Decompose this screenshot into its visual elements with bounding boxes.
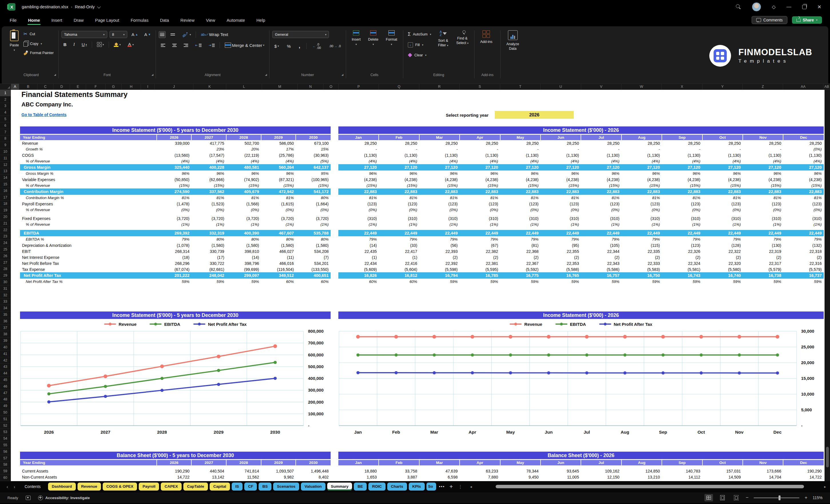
row-label[interactable]: Gross Margin [20,164,157,170]
cell[interactable]: (4%) [379,158,419,164]
column-header-D[interactable]: D [54,84,70,90]
cell[interactable]: 22,883 [459,189,500,195]
row-header-32[interactable]: 32 [0,292,10,298]
row-header-12[interactable]: 12 [0,162,10,168]
cell[interactable]: (123) [500,201,541,207]
column-header-O[interactable]: O [323,84,339,90]
col-header-2029[interactable]: 2029 [261,135,296,140]
cell[interactable]: (1%) [662,221,702,227]
cell[interactable]: 22,883 [743,189,783,195]
scroll-left-arrow[interactable]: ◂ [470,484,472,489]
row-header-60[interactable]: 60 [0,475,10,481]
is-2026-chart[interactable]: -5,00010,00015,00020,00025,00030,000JanF… [338,329,824,440]
prev-sheet-arrow[interactable]: ‹ [5,484,10,489]
cell[interactable]: 6,598 [419,474,459,480]
cell[interactable]: (15%) [621,183,662,189]
cell[interactable]: - [541,146,581,152]
row-label[interactable]: Tax Expense [20,266,157,272]
cell[interactable]: - [662,146,702,152]
cell[interactable]: 22,883 [541,189,581,195]
vertical-scrollbar[interactable] [825,90,830,481]
cell[interactable]: 95% [296,170,331,177]
row-label[interactable]: Net Profit After Tax [20,272,157,279]
cell[interactable]: 22,335 [621,248,662,254]
cell[interactable]: 28,250 [541,140,581,146]
cell[interactable]: (4%) [621,158,662,164]
cell[interactable]: (15%) [296,183,331,189]
clear-button[interactable]: Clear ▾ [406,52,433,59]
cell[interactable]: 59% [662,279,702,285]
cell[interactable]: 22,449 [743,230,783,236]
row-header-38[interactable]: 38 [0,331,10,338]
cell[interactable]: (11) [261,254,296,260]
cell[interactable]: 22,449 [459,230,500,236]
page-layout-view-button[interactable] [718,494,727,501]
cell[interactable]: (87,321) [261,177,296,183]
cell[interactable]: 534,208 [296,248,331,254]
cell[interactable]: 79% [500,236,541,242]
row-header-51[interactable]: 51 [0,416,10,422]
cell[interactable]: (4%) [261,158,296,164]
dialog-launcher-icon[interactable]: ◢ [342,73,344,76]
dialog-launcher-icon[interactable]: ◢ [54,73,56,76]
cell[interactable]: 22,324 [662,260,702,266]
cell[interactable]: (1%) [419,221,459,227]
row-header-10[interactable]: 10 [0,149,10,155]
row-label[interactable]: Revenue [20,140,157,146]
wrap-text-button[interactable]: ab⮐Wrap Text [199,31,230,38]
cell[interactable]: (1,130) [662,152,702,158]
cell[interactable]: (116,504) [261,266,296,272]
cell[interactable]: (4,238) [459,177,500,183]
italic-button[interactable]: I [71,41,77,48]
cell[interactable]: 79% [621,236,662,242]
cell[interactable]: (0%) [157,207,192,213]
cell[interactable]: (4,238) [379,177,419,183]
cell[interactable]: (123) [662,201,702,207]
cell[interactable]: 28,250 [743,140,783,146]
cell[interactable]: (1) [338,254,379,260]
cell[interactable]: (1,130) [419,152,459,158]
row-header-54[interactable]: 54 [0,435,10,442]
row-header-52[interactable]: 52 [0,422,10,429]
copy-button[interactable]: Copy ▾ [22,39,56,48]
cell[interactable]: (5,579) [743,266,783,272]
row-header-8[interactable]: 8 [0,135,10,142]
cell[interactable]: 14,509 [702,474,743,480]
cell[interactable]: (123) [379,201,419,207]
cell[interactable]: 96% [379,170,419,177]
cell[interactable]: (67,074) [157,266,192,272]
merge-center-button[interactable]: Merge & Center▾ [223,41,266,49]
restore-button[interactable] [802,5,806,9]
cell[interactable]: 81% [500,195,541,201]
row-header-24[interactable]: 24 [0,240,10,246]
cell[interactable]: 16,743 [662,272,702,279]
column-header-L[interactable]: L [226,84,262,90]
cell[interactable]: 28,250 [459,140,500,146]
percent-style-button[interactable]: % [285,43,293,50]
cell[interactable]: (0%) [743,207,783,213]
column-header-AB[interactable]: AB [823,84,830,90]
cell[interactable]: (1,580) [226,242,261,248]
cell[interactable]: 535,788 [296,230,331,236]
cell[interactable]: 59% [500,279,541,285]
cell[interactable]: (4%) [226,158,261,164]
menu-file[interactable]: File [9,16,17,24]
cell[interactable]: 81% [743,195,783,201]
cell[interactable]: 16,737 [783,272,824,279]
cell[interactable]: 96% [191,170,226,177]
cell[interactable]: (1,615) [261,201,296,207]
selected-year-cell[interactable]: 2026 [495,111,574,119]
column-header-X[interactable]: X [662,84,702,90]
row-header-56[interactable]: 56 [0,448,10,455]
cell[interactable]: 80% [261,236,296,242]
cell[interactable]: (15%) [541,183,581,189]
column-header-B[interactable]: B [19,84,37,90]
cell[interactable]: (0%) [541,207,581,213]
cell[interactable]: 81% [541,195,581,201]
column-header-W[interactable]: W [621,84,662,90]
cell[interactable]: 22,333 [621,260,662,266]
cell[interactable]: 11,562 [226,474,261,480]
cell[interactable]: (1,130) [338,152,379,158]
col-header-2030[interactable]: 2030 [296,135,331,140]
cell[interactable]: 22,449 [379,230,419,236]
